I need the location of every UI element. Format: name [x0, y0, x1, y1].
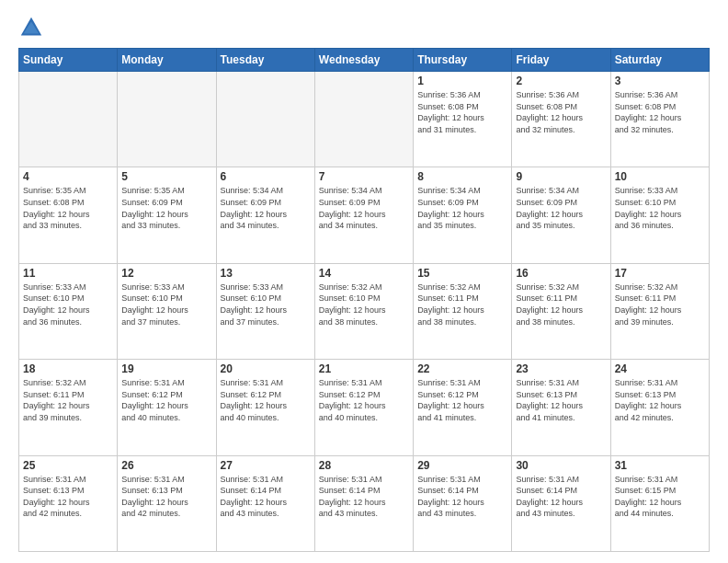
calendar-cell: 12Sunrise: 5:33 AM Sunset: 6:10 PM Dayli…	[118, 263, 216, 359]
calendar-cell: 17Sunrise: 5:32 AM Sunset: 6:11 PM Dayli…	[610, 263, 709, 359]
day-info: Sunrise: 5:31 AM Sunset: 6:14 PM Dayligh…	[221, 474, 311, 520]
calendar-cell	[19, 72, 118, 167]
calendar-cell: 18Sunrise: 5:32 AM Sunset: 6:11 PM Dayli…	[19, 360, 118, 455]
calendar-cell: 4Sunrise: 5:35 AM Sunset: 6:08 PM Daylig…	[19, 167, 118, 263]
day-info: Sunrise: 5:32 AM Sunset: 6:10 PM Dayligh…	[319, 282, 409, 327]
day-number: 17	[615, 267, 705, 280]
calendar-cell: 7Sunrise: 5:34 AM Sunset: 6:09 PM Daylig…	[314, 167, 413, 263]
calendar-table: SundayMondayTuesdayWednesdayThursdayFrid…	[18, 48, 710, 552]
day-info: Sunrise: 5:34 AM Sunset: 6:09 PM Dayligh…	[417, 185, 507, 231]
day-number: 12	[121, 267, 211, 280]
day-info: Sunrise: 5:34 AM Sunset: 6:09 PM Dayligh…	[516, 185, 606, 231]
day-number: 7	[319, 170, 409, 183]
day-info: Sunrise: 5:31 AM Sunset: 6:12 PM Dayligh…	[221, 377, 311, 423]
day-number: 20	[221, 362, 311, 375]
day-info: Sunrise: 5:35 AM Sunset: 6:09 PM Dayligh…	[121, 185, 211, 231]
calendar-cell: 14Sunrise: 5:32 AM Sunset: 6:10 PM Dayli…	[314, 263, 413, 359]
calendar-cell: 24Sunrise: 5:31 AM Sunset: 6:13 PM Dayli…	[610, 360, 709, 455]
day-number: 11	[23, 267, 113, 280]
calendar-header-monday: Monday	[118, 49, 216, 72]
day-info: Sunrise: 5:36 AM Sunset: 6:08 PM Dayligh…	[516, 89, 606, 135]
calendar-week-row: 25Sunrise: 5:31 AM Sunset: 6:13 PM Dayli…	[19, 455, 710, 551]
page: SundayMondayTuesdayWednesdayThursdayFrid…	[0, 0, 728, 563]
day-info: Sunrise: 5:31 AM Sunset: 6:12 PM Dayligh…	[121, 377, 211, 423]
calendar-week-row: 4Sunrise: 5:35 AM Sunset: 6:08 PM Daylig…	[19, 167, 710, 263]
day-info: Sunrise: 5:34 AM Sunset: 6:09 PM Dayligh…	[221, 185, 311, 231]
calendar-cell: 1Sunrise: 5:36 AM Sunset: 6:08 PM Daylig…	[414, 72, 512, 167]
day-info: Sunrise: 5:32 AM Sunset: 6:11 PM Dayligh…	[23, 377, 113, 423]
day-info: Sunrise: 5:31 AM Sunset: 6:13 PM Dayligh…	[23, 474, 113, 520]
day-info: Sunrise: 5:31 AM Sunset: 6:13 PM Dayligh…	[121, 474, 211, 520]
calendar-cell: 23Sunrise: 5:31 AM Sunset: 6:13 PM Dayli…	[512, 360, 610, 455]
day-info: Sunrise: 5:32 AM Sunset: 6:11 PM Dayligh…	[417, 282, 507, 327]
calendar-cell: 26Sunrise: 5:31 AM Sunset: 6:13 PM Dayli…	[118, 455, 216, 551]
day-info: Sunrise: 5:32 AM Sunset: 6:11 PM Dayligh…	[615, 282, 705, 327]
calendar-week-row: 1Sunrise: 5:36 AM Sunset: 6:08 PM Daylig…	[19, 72, 710, 167]
day-number: 21	[319, 362, 409, 375]
day-number: 22	[417, 362, 507, 375]
day-info: Sunrise: 5:31 AM Sunset: 6:12 PM Dayligh…	[417, 377, 507, 423]
calendar-cell: 20Sunrise: 5:31 AM Sunset: 6:12 PM Dayli…	[216, 360, 314, 455]
calendar-cell: 5Sunrise: 5:35 AM Sunset: 6:09 PM Daylig…	[118, 167, 216, 263]
day-number: 3	[615, 75, 705, 87]
day-number: 30	[516, 459, 606, 472]
calendar-cell: 2Sunrise: 5:36 AM Sunset: 6:08 PM Daylig…	[512, 72, 610, 167]
calendar-week-row: 18Sunrise: 5:32 AM Sunset: 6:11 PM Dayli…	[19, 360, 710, 455]
calendar-header-row: SundayMondayTuesdayWednesdayThursdayFrid…	[19, 49, 710, 72]
day-number: 29	[417, 459, 507, 472]
calendar-cell: 29Sunrise: 5:31 AM Sunset: 6:14 PM Dayli…	[414, 455, 512, 551]
calendar-header-wednesday: Wednesday	[314, 49, 413, 72]
day-info: Sunrise: 5:34 AM Sunset: 6:09 PM Dayligh…	[319, 185, 409, 231]
day-info: Sunrise: 5:31 AM Sunset: 6:14 PM Dayligh…	[417, 474, 507, 520]
logo	[18, 15, 48, 40]
day-number: 14	[319, 267, 409, 280]
logo-icon	[18, 15, 44, 40]
header	[18, 15, 710, 40]
calendar-cell: 13Sunrise: 5:33 AM Sunset: 6:10 PM Dayli…	[216, 263, 314, 359]
day-number: 13	[221, 267, 311, 280]
calendar-cell: 9Sunrise: 5:34 AM Sunset: 6:09 PM Daylig…	[512, 167, 610, 263]
day-info: Sunrise: 5:33 AM Sunset: 6:10 PM Dayligh…	[615, 185, 705, 231]
day-number: 16	[516, 267, 606, 280]
calendar-cell: 25Sunrise: 5:31 AM Sunset: 6:13 PM Dayli…	[19, 455, 118, 551]
day-number: 24	[615, 362, 705, 375]
calendar-cell: 11Sunrise: 5:33 AM Sunset: 6:10 PM Dayli…	[19, 263, 118, 359]
day-number: 5	[121, 170, 211, 183]
day-info: Sunrise: 5:36 AM Sunset: 6:08 PM Dayligh…	[615, 89, 705, 135]
calendar-cell	[118, 72, 216, 167]
calendar-header-thursday: Thursday	[414, 49, 512, 72]
calendar-cell: 27Sunrise: 5:31 AM Sunset: 6:14 PM Dayli…	[216, 455, 314, 551]
day-info: Sunrise: 5:35 AM Sunset: 6:08 PM Dayligh…	[23, 185, 113, 231]
calendar-header-tuesday: Tuesday	[216, 49, 314, 72]
calendar-cell	[216, 72, 314, 167]
day-info: Sunrise: 5:31 AM Sunset: 6:13 PM Dayligh…	[615, 377, 705, 423]
day-number: 1	[417, 75, 507, 87]
calendar-cell: 3Sunrise: 5:36 AM Sunset: 6:08 PM Daylig…	[610, 72, 709, 167]
calendar-cell	[314, 72, 413, 167]
day-number: 19	[121, 362, 211, 375]
day-number: 6	[221, 170, 311, 183]
day-number: 8	[417, 170, 507, 183]
day-info: Sunrise: 5:33 AM Sunset: 6:10 PM Dayligh…	[23, 282, 113, 327]
day-number: 25	[23, 459, 113, 472]
day-info: Sunrise: 5:33 AM Sunset: 6:10 PM Dayligh…	[221, 282, 311, 327]
calendar-week-row: 11Sunrise: 5:33 AM Sunset: 6:10 PM Dayli…	[19, 263, 710, 359]
day-info: Sunrise: 5:33 AM Sunset: 6:10 PM Dayligh…	[121, 282, 211, 327]
calendar-cell: 16Sunrise: 5:32 AM Sunset: 6:11 PM Dayli…	[512, 263, 610, 359]
day-number: 27	[221, 459, 311, 472]
calendar-header-friday: Friday	[512, 49, 610, 72]
day-info: Sunrise: 5:32 AM Sunset: 6:11 PM Dayligh…	[516, 282, 606, 327]
calendar-cell: 30Sunrise: 5:31 AM Sunset: 6:14 PM Dayli…	[512, 455, 610, 551]
calendar-cell: 10Sunrise: 5:33 AM Sunset: 6:10 PM Dayli…	[610, 167, 709, 263]
calendar-cell: 8Sunrise: 5:34 AM Sunset: 6:09 PM Daylig…	[414, 167, 512, 263]
day-info: Sunrise: 5:36 AM Sunset: 6:08 PM Dayligh…	[417, 89, 507, 135]
day-number: 31	[615, 459, 705, 472]
day-info: Sunrise: 5:31 AM Sunset: 6:14 PM Dayligh…	[516, 474, 606, 520]
calendar-cell: 31Sunrise: 5:31 AM Sunset: 6:15 PM Dayli…	[610, 455, 709, 551]
day-number: 23	[516, 362, 606, 375]
day-info: Sunrise: 5:31 AM Sunset: 6:12 PM Dayligh…	[319, 377, 409, 423]
calendar-cell: 15Sunrise: 5:32 AM Sunset: 6:11 PM Dayli…	[414, 263, 512, 359]
day-number: 28	[319, 459, 409, 472]
calendar-cell: 19Sunrise: 5:31 AM Sunset: 6:12 PM Dayli…	[118, 360, 216, 455]
day-number: 2	[516, 75, 606, 87]
